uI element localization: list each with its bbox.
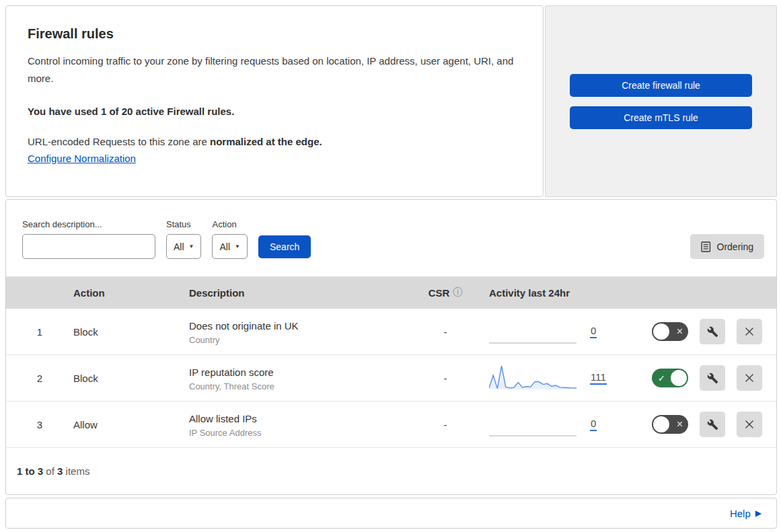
arrow-right-icon: ▶ <box>755 508 761 518</box>
toggle-knob <box>653 324 669 340</box>
rule-priority: 3 <box>6 419 73 430</box>
rule-fields: Country <box>189 335 410 345</box>
rule-description: IP reputation score <box>189 365 410 379</box>
create-mtls-rule-button[interactable]: Create mTLS rule <box>570 106 752 129</box>
rule-action: Allow <box>73 419 189 430</box>
activity-sparkline <box>489 363 577 393</box>
firewall-rules-page: Firewall rules Control incoming traffic … <box>0 0 781 531</box>
help-link-label: Help <box>730 508 751 519</box>
activity-count-link[interactable]: 111 <box>590 371 607 385</box>
action-select[interactable]: All ▼ <box>212 234 247 259</box>
rule-csr: - <box>410 419 481 430</box>
ordering-list-icon <box>701 241 711 252</box>
rule-fields: Country, Threat Score <box>189 381 410 391</box>
create-firewall-rule-button[interactable]: Create firewall rule <box>570 74 752 97</box>
rule-action: Block <box>73 326 189 338</box>
rule-action: Block <box>73 373 189 384</box>
summary-items: items <box>66 465 90 477</box>
normalization-text: URL-encoded Requests to this zone are <box>28 136 210 147</box>
close-icon <box>743 372 755 384</box>
edit-rule-button[interactable] <box>700 412 725 437</box>
delete-rule-button[interactable] <box>737 412 762 437</box>
actions-panel: Create firewall rule Create mTLS rule <box>545 5 777 197</box>
rule-activity-cell: 111 <box>481 363 638 393</box>
action-field-group: Action All ▼ <box>212 219 247 259</box>
rule-description-cell: Allow listed IPs IP Source Address <box>189 412 410 438</box>
activity-column-header: Activity last 24hr <box>481 287 638 299</box>
action-column-header: Action <box>73 287 189 299</box>
rule-description: Does not originate in UK <box>189 319 410 333</box>
search-box[interactable] <box>22 234 155 259</box>
wrench-icon <box>707 419 718 430</box>
csr-column-header: CSR ⓘ <box>429 287 463 299</box>
rule-controls: ✓ × <box>638 412 776 437</box>
description-column-header: Description <box>189 287 410 299</box>
status-select-value: All <box>174 241 184 252</box>
ordering-button[interactable]: Ordering <box>690 234 764 259</box>
summary-range: 1 to 3 <box>17 465 43 477</box>
rule-description-cell: Does not originate in UK Country <box>189 319 410 345</box>
search-input[interactable] <box>35 241 157 252</box>
rules-list-card: Search description... Status All ▼ Acti <box>5 199 777 495</box>
edit-rule-button[interactable] <box>700 365 725 391</box>
chevron-down-icon: ▼ <box>235 243 240 250</box>
toggle-x-icon: × <box>677 326 683 337</box>
search-field-group: Search description... <box>22 219 155 259</box>
activity-count-link[interactable]: 0 <box>590 325 597 338</box>
toggle-x-icon: × <box>677 419 683 430</box>
filter-bar: Search description... Status All ▼ Acti <box>6 200 776 276</box>
rule-csr: - <box>410 326 481 338</box>
rule-activity-cell: 0 <box>481 316 638 347</box>
configure-normalization-link[interactable]: Configure Normalization <box>28 153 136 164</box>
chevron-down-icon: ▼ <box>189 243 194 250</box>
firewall-intro-card: Firewall rules Control incoming traffic … <box>5 5 544 197</box>
table-header: Action Description CSR ⓘ Activity last 2… <box>6 276 776 309</box>
action-label: Action <box>212 219 247 229</box>
activity-sparkline <box>489 316 577 347</box>
wrench-icon <box>707 326 718 338</box>
table-summary: 1 to 3 of 3 items <box>6 448 776 494</box>
status-toggle[interactable]: ✓ × <box>652 322 688 341</box>
rule-priority: 2 <box>6 373 73 384</box>
delete-rule-button[interactable] <box>737 319 762 344</box>
ordering-button-label: Ordering <box>717 241 753 252</box>
table-row: 3 Allow Allow listed IPs IP Source Addre… <box>6 402 776 448</box>
close-icon <box>743 418 755 430</box>
toggle-knob <box>653 416 669 432</box>
table-row: 1 Block Does not originate in UK Country… <box>6 309 776 355</box>
summary-of: of <box>46 465 54 477</box>
delete-rule-button[interactable] <box>737 365 762 391</box>
rule-activity-cell: 0 <box>481 409 638 440</box>
usage-note: You have used 1 of 20 active Firewall ru… <box>28 106 521 117</box>
rule-description: Allow listed IPs <box>189 412 410 426</box>
normalization-bold-text: normalized at the edge. <box>210 136 322 147</box>
page-title: Firewall rules <box>28 26 521 42</box>
rule-priority: 1 <box>6 326 73 338</box>
page-description: Control incoming traffic to your zone by… <box>28 52 519 88</box>
help-bar: Help ▶ <box>5 498 777 529</box>
status-field-group: Status All ▼ <box>166 219 201 259</box>
edit-rule-button[interactable] <box>700 319 725 344</box>
status-select[interactable]: All ▼ <box>166 234 201 259</box>
table-row: 2 Block IP reputation score Country, Thr… <box>6 355 776 402</box>
help-link[interactable]: Help ▶ <box>730 508 761 519</box>
top-section: Firewall rules Control incoming traffic … <box>5 5 777 197</box>
rule-controls: ✓ × <box>638 319 776 344</box>
wrench-icon <box>707 373 718 384</box>
rule-csr: - <box>410 373 481 384</box>
status-label: Status <box>166 219 201 229</box>
info-icon[interactable]: ⓘ <box>453 287 462 299</box>
search-button[interactable]: Search <box>258 235 311 258</box>
close-icon <box>743 326 755 338</box>
summary-total: 3 <box>57 465 63 477</box>
rule-description-cell: IP reputation score Country, Threat Scor… <box>189 365 410 391</box>
normalization-note: URL-encoded Requests to this zone are no… <box>28 136 521 147</box>
rule-controls: ✓ × <box>638 365 776 391</box>
activity-count-link[interactable]: 0 <box>590 418 597 431</box>
search-label: Search description... <box>22 219 155 229</box>
rule-fields: IP Source Address <box>189 428 410 438</box>
status-toggle[interactable]: ✓ × <box>652 369 688 387</box>
action-select-value: All <box>219 241 230 252</box>
status-toggle[interactable]: ✓ × <box>652 415 688 434</box>
toggle-knob <box>671 370 687 386</box>
